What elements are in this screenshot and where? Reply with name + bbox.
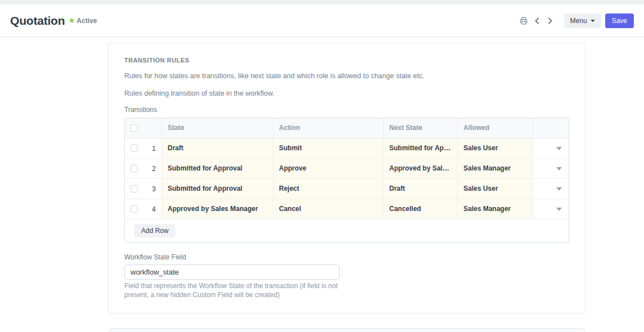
section-divider (109, 43, 585, 43)
cell-next-state[interactable]: Cancelled (384, 199, 458, 219)
title-area: Quotation Active (10, 14, 97, 28)
cell-action[interactable]: Reject (273, 179, 384, 199)
row-number: 4 (152, 200, 156, 219)
row-menu-cell[interactable] (533, 159, 569, 178)
row-menu-cell[interactable] (533, 138, 569, 158)
page-title: Quotation (10, 14, 65, 28)
row-checkbox[interactable] (130, 145, 138, 152)
save-button[interactable]: Save (605, 14, 634, 28)
comment-input-area[interactable]: Add a comment Comment (108, 328, 586, 332)
field-description: Rules defining transition of state in th… (124, 89, 569, 97)
status-dot-icon (70, 19, 74, 23)
page-header: Quotation Active Menu Save (0, 5, 644, 37)
row-select-cell: 1 (125, 138, 162, 158)
section-description: Rules for how states are transitions, li… (124, 72, 569, 80)
grid-footer: Add Row (125, 219, 569, 242)
row-number: 2 (152, 159, 156, 178)
status-label: Active (76, 17, 97, 25)
grid-header-row: State Action Next State Allowed (125, 118, 569, 138)
select-all-checkbox[interactable] (130, 124, 138, 132)
grid-header-menu-cell (533, 118, 569, 138)
row-number: 3 (152, 180, 156, 199)
row-number: 1 (152, 139, 156, 158)
cell-action[interactable]: Cancel (273, 199, 384, 219)
column-header-next-state: Next State (384, 118, 458, 138)
row-select-cell: 3 (125, 179, 162, 199)
cell-state[interactable]: Draft (162, 138, 273, 158)
cell-action[interactable]: Approve (273, 159, 384, 178)
workflow-state-help-text: Field that represents the Workflow State… (124, 282, 339, 299)
grid-body: 1 Draft Submit Submitted for App... Sale… (125, 138, 569, 219)
grid-header-select-cell (125, 118, 162, 138)
transitions-grid: State Action Next State Allowed 1 Draft … (124, 118, 569, 243)
workflow-state-input[interactable] (124, 264, 340, 280)
table-row: 1 Draft Submit Submitted for App... Sale… (125, 138, 569, 159)
table-row: 4 Approved by Sales Manager Cancel Cance… (125, 199, 569, 219)
cell-next-state[interactable]: Approved by Sales... (384, 159, 458, 178)
row-caret-down-icon (556, 208, 562, 211)
status-badge: Active (70, 17, 97, 25)
print-icon[interactable] (519, 16, 529, 26)
row-menu-cell[interactable] (533, 199, 569, 219)
cell-next-state[interactable]: Draft (384, 179, 458, 199)
header-actions: Menu Save (519, 14, 634, 28)
form-card: TRANSITION RULES Rules for how states ar… (108, 43, 586, 313)
cell-action[interactable]: Submit (273, 138, 384, 158)
column-header-allowed: Allowed (458, 118, 533, 138)
chevron-right-icon[interactable] (546, 16, 555, 26)
top-strip (0, 0, 644, 5)
row-menu-cell[interactable] (533, 179, 569, 199)
workflow-state-field: Workflow State Field Field that represen… (124, 253, 569, 299)
table-row: 3 Submitted for Approval Reject Draft Sa… (125, 179, 569, 199)
row-select-cell: 2 (125, 159, 162, 178)
column-header-state: State (162, 118, 273, 138)
caret-down-icon (591, 20, 595, 22)
cell-allowed[interactable]: Sales User (458, 179, 533, 199)
row-checkbox[interactable] (130, 185, 138, 192)
column-header-action: Action (273, 118, 384, 138)
menu-button-label: Menu (570, 17, 587, 25)
row-caret-down-icon (556, 187, 562, 191)
table-row: 2 Submitted for Approval Approve Approve… (125, 159, 569, 179)
chevron-left-icon[interactable] (533, 16, 542, 26)
row-checkbox[interactable] (130, 205, 138, 213)
cell-allowed[interactable]: Sales Manager (458, 159, 533, 178)
row-caret-down-icon (556, 147, 562, 150)
cell-state[interactable]: Submitted for Approval (162, 179, 273, 199)
cell-allowed[interactable]: Sales User (458, 138, 533, 158)
cell-next-state[interactable]: Submitted for App... (384, 138, 458, 158)
row-checkbox[interactable] (130, 165, 138, 172)
cell-allowed[interactable]: Sales Manager (458, 199, 533, 219)
row-select-cell: 4 (125, 199, 162, 219)
menu-button[interactable]: Menu (564, 14, 601, 28)
workflow-state-field-label: Workflow State Field (124, 253, 569, 261)
cell-state[interactable]: Submitted for Approval (162, 159, 273, 178)
row-caret-down-icon (556, 167, 562, 171)
cell-state[interactable]: Approved by Sales Manager (162, 199, 273, 219)
transition-rules-section: TRANSITION RULES Rules for how states ar… (109, 57, 585, 313)
section-title: TRANSITION RULES (124, 57, 569, 64)
transitions-table-label: Transitions (124, 106, 569, 114)
add-row-button[interactable]: Add Row (134, 224, 175, 237)
